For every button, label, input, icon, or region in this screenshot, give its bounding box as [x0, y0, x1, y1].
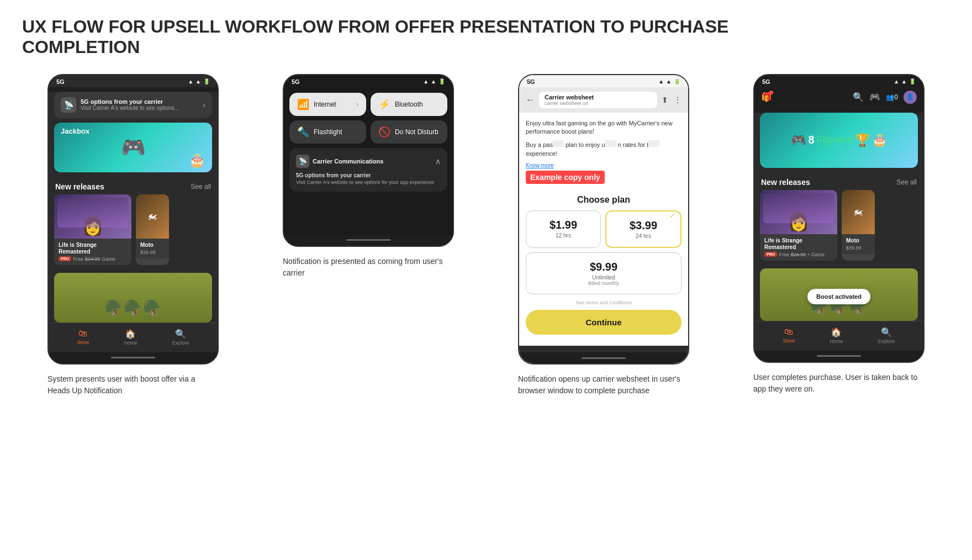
app-header-4: 🎁 🔍 🎮 👥0 👤	[754, 87, 923, 108]
plan1-price: $1.99	[531, 219, 596, 231]
screen3-column: 5G ▲ ▲ 🔋 ← Carrier websheet carrier webs…	[493, 74, 715, 397]
game-card-img-4: 👩	[760, 190, 837, 234]
game-card-partial-4[interactable]: 🏍 Moto $39.99	[842, 190, 875, 261]
home-bar-3	[582, 357, 626, 359]
boost-activated-toast: Boost activated	[807, 289, 870, 304]
qs-bluetooth-tile[interactable]: ⚡ Bluetooth	[371, 93, 447, 116]
moto-price: $39.99	[140, 250, 156, 255]
nav-explore-1[interactable]: 🔍 Explore	[172, 329, 189, 346]
nav-home-label-1: Home	[124, 340, 137, 346]
nav-home-1[interactable]: 🏠 Home	[124, 329, 137, 346]
nav-explore-label-1: Explore	[172, 340, 189, 346]
websheet-text-1: Enjoy ultra fast gaming on the go with M…	[526, 119, 682, 136]
more-icon[interactable]: ⋮	[674, 96, 682, 104]
moto-title: Moto	[140, 242, 165, 249]
share-icon[interactable]: ⬆	[662, 96, 668, 104]
back-button[interactable]: ←	[526, 95, 535, 105]
status-5g-3: 5G	[527, 78, 535, 85]
nav-store-4[interactable]: 🛍 Store	[783, 327, 795, 344]
battery-icon-2: 🔋	[439, 78, 445, 84]
flashlight-icon: 🔦	[297, 126, 309, 138]
bottom-banner-container-1: 🪖🪖🪖	[49, 273, 218, 323]
partial-info-4: Moto $39.99	[842, 234, 875, 254]
status-bar-2: 5G ▲ ▲ 🔋	[284, 75, 453, 87]
quick-settings-panel: 📶 Internet › ⚡ Bluetooth 🔦 Fl	[284, 87, 453, 202]
game-type-label-4: Game	[811, 252, 825, 257]
continue-button[interactable]: Continue	[526, 310, 682, 335]
websheet-text-2: Buy a pas plan to enjoy u n rates for t …	[526, 140, 682, 158]
pro-badge-1: PRO	[59, 256, 71, 261]
moto-4: 🏍	[849, 202, 868, 222]
know-more-link[interactable]: Know more	[526, 162, 682, 168]
qs-dnd-tile[interactable]: 🚫 Do Not Disturb	[371, 120, 447, 144]
plan1-duration: 12 hrs	[531, 233, 596, 239]
signal-icon-1: ▲	[188, 78, 193, 84]
card-bg	[57, 198, 128, 228]
nav-explore-4[interactable]: 🔍 Explore	[878, 327, 895, 344]
browser-title: Carrier websheet	[545, 94, 652, 101]
bottom-nav-1: 🛍 Store 🏠 Home 🔍 Explore	[49, 323, 218, 352]
qs-internet-tile[interactable]: 📶 Internet ›	[289, 93, 366, 116]
phone-mockup-2: 5G ▲ ▲ 🔋 📶 Internet › ⚡	[283, 74, 454, 247]
explore-icon-1: 🔍	[175, 329, 186, 339]
moto-icon: 🏍	[143, 206, 162, 226]
games-row-1: 👩 Life is Strange Remastered PRO Free $2…	[49, 194, 218, 271]
browser-url: carrier websheet url	[545, 101, 652, 106]
choose-plan-title: Choose plan	[526, 195, 682, 205]
pro-badge-4: PRO	[764, 252, 777, 257]
carrier-icon-2: 📡	[296, 155, 309, 168]
card-bg-4	[763, 193, 834, 223]
avatar[interactable]: 👤	[904, 91, 917, 104]
plan-card-3-99[interactable]: ✓ $3.99 24 hrs	[605, 210, 682, 248]
header-icons-row: 🔍 🎮 👥0 👤	[853, 91, 917, 104]
plan-options-row: $1.99 12 hrs ✓ $3.99 24 hrs	[526, 210, 682, 248]
phone-mockup-1: 5G ▲ ▲ 🔋 📡 5G options from your carrier …	[47, 74, 219, 364]
search-icon[interactable]: 🔍	[853, 92, 864, 102]
plan3-subtitle: Billed monthly	[534, 281, 673, 286]
moto-price-4: $39.99	[846, 245, 862, 251]
game-card-info-1: Life is Strange Remastered PRO Free $24.…	[54, 239, 131, 265]
plan2-duration: 24 hrs	[611, 233, 676, 239]
plan-card-9-99[interactable]: $9.99 Unlimited Billed monthly	[526, 252, 682, 294]
game-card-1[interactable]: 👩 Life is Strange Remastered PRO Free $2…	[54, 194, 131, 265]
carrier-notif-title: Carrier Communications	[313, 158, 432, 165]
wifi-icon-1: ▲	[196, 78, 201, 84]
qs-flashlight-tile[interactable]: 🔦 Flashlight	[289, 120, 366, 144]
battery-icon-3: 🔋	[674, 78, 680, 84]
wifi-icon-2: ▲	[431, 78, 436, 84]
status-5g-2: 5G	[292, 78, 300, 85]
game-title-1: Life is Strange Remastered	[59, 242, 127, 255]
banner-num: 8	[808, 134, 814, 146]
home-indicator-1	[49, 352, 218, 363]
notification-dot-badge	[769, 91, 773, 94]
nav-store-1[interactable]: 🛍 Store	[77, 329, 89, 346]
description-1: System presents user with boost offer vi…	[47, 373, 219, 397]
game-card-4[interactable]: 👩 Life is Strange Remastered PRO Free $2…	[760, 190, 837, 261]
game-card-partial-1[interactable]: 🏍 Moto $39.99	[136, 194, 169, 265]
nav-home-4[interactable]: 🏠 Home	[830, 327, 843, 344]
trophy-icon-4: 🏆	[855, 133, 870, 147]
app-banner-4: 🎮 8 Figment 🏆 🎂	[760, 113, 918, 168]
see-all-4[interactable]: See all	[896, 178, 917, 186]
game-price-orig-1: $24.99	[85, 256, 101, 262]
controller-icon[interactable]: 🎮	[869, 92, 880, 102]
carrier-notification-2: 📡 Carrier Communications ∧ 5G options fr…	[289, 148, 447, 192]
see-all-1[interactable]: See all	[191, 183, 211, 191]
notif-title-1: 5G options from your carrier	[81, 98, 198, 105]
section-title-4: New releases	[761, 178, 810, 187]
app-banner-1: Jackbox 🎮 🎂	[54, 123, 212, 172]
terms-text[interactable]: See terms and conditions	[526, 300, 682, 305]
game-type-4: •	[807, 252, 809, 257]
section-title-1: New releases	[55, 182, 104, 191]
store-icon-4: 🛍	[784, 327, 793, 337]
url-bar[interactable]: Carrier websheet carrier websheet url	[539, 92, 657, 108]
chevron-down-icon: ›	[203, 101, 205, 109]
partial-img-4: 🏍	[842, 190, 875, 234]
plan-card-1-99[interactable]: $1.99 12 hrs	[526, 210, 601, 248]
page-title: UX FLOW FOR UPSELL WORKFLOW FROM OFFER P…	[22, 17, 950, 57]
qs-internet-label: Internet	[314, 101, 336, 108]
wifi-icon-4: ▲	[901, 78, 907, 84]
expand-icon[interactable]: ∧	[435, 157, 441, 166]
home-indicator-4	[754, 351, 923, 362]
wifi-qs-icon: 📶	[297, 98, 309, 110]
